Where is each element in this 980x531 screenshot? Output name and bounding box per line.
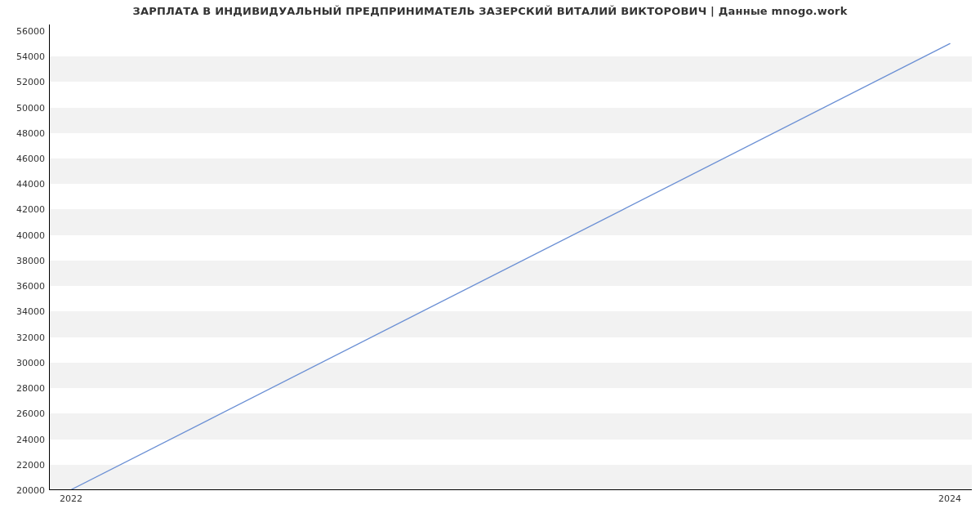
y-tick-label: 28000 [4, 383, 45, 394]
y-tick-label: 48000 [4, 127, 45, 138]
y-tick-label: 56000 [4, 25, 45, 36]
y-tick-label: 54000 [4, 51, 45, 62]
y-tick-label: 24000 [4, 434, 45, 444]
data-line [72, 43, 950, 489]
y-tick-label: 52000 [4, 77, 45, 87]
y-tick-label: 50000 [4, 102, 45, 113]
chart-container: ЗАРПЛАТА В ИНДИВИДУАЛЬНЫЙ ПРЕДПРИНИМАТЕЛ… [0, 0, 980, 531]
y-tick-label: 30000 [4, 357, 45, 368]
y-tick-label: 46000 [4, 153, 45, 163]
x-tick-label: 2024 [938, 493, 961, 504]
y-tick-label: 42000 [4, 204, 45, 215]
y-tick-label: 40000 [4, 230, 45, 240]
y-tick-label: 32000 [4, 332, 45, 342]
plot-area [49, 25, 972, 490]
y-tick-label: 36000 [4, 281, 45, 292]
y-tick-label: 22000 [4, 459, 45, 470]
y-tick-label: 44000 [4, 179, 45, 190]
line-layer [50, 25, 972, 489]
chart-title: ЗАРПЛАТА В ИНДИВИДУАЛЬНЫЙ ПРЕДПРИНИМАТЕЛ… [0, 5, 980, 17]
y-tick-label: 38000 [4, 255, 45, 266]
y-tick-label: 26000 [4, 408, 45, 419]
y-tick-label: 34000 [4, 306, 45, 317]
y-tick-label: 20000 [4, 485, 45, 496]
x-tick-label: 2022 [60, 493, 82, 504]
